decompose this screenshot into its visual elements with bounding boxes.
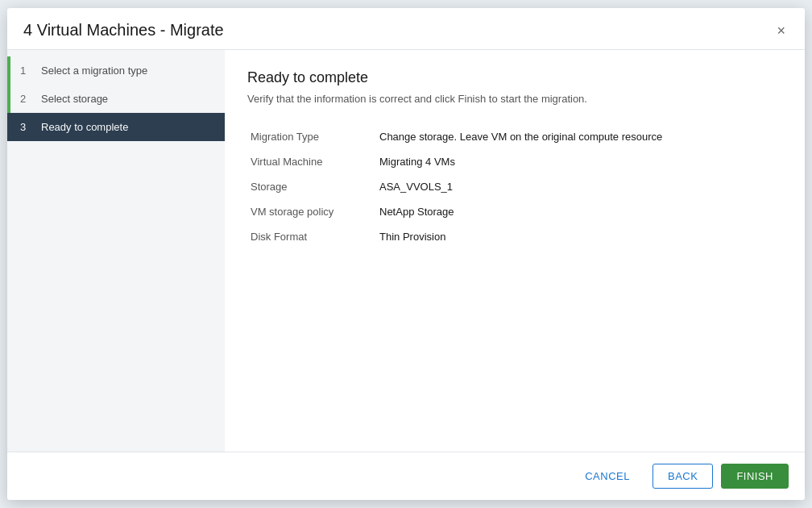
main-content: Ready to complete Verify that the inform… [225,50,805,452]
info-key: Disk Format [247,224,376,249]
sidebar-step-2[interactable]: 2 Select storage [7,85,225,113]
sidebar-step-3[interactable]: 3 Ready to complete [7,113,225,141]
migrate-dialog: 4 Virtual Machines - Migrate × 1 Select … [7,8,805,500]
info-row: Migration Type Change storage. Leave VM … [247,124,782,149]
step-label: Select storage [41,93,108,105]
sidebar: 1 Select a migration type 2 Select stora… [7,50,225,452]
back-button[interactable]: BACK [652,464,713,489]
main-section-title: Ready to complete [247,69,782,86]
step-label: Select a migration type [41,65,147,77]
info-value: NetApp Storage [376,199,782,224]
info-value: Migrating 4 VMs [376,149,782,174]
step-number: 1 [20,65,33,77]
info-table: Migration Type Change storage. Leave VM … [247,124,782,249]
info-value: ASA_VVOLS_1 [376,174,782,199]
info-row: Virtual Machine Migrating 4 VMs [247,149,782,174]
main-subtitle: Verify that the information is correct a… [247,93,782,105]
close-button[interactable]: × [773,22,789,40]
info-key: Migration Type [247,124,376,149]
step-label: Ready to complete [41,121,128,133]
info-row: Disk Format Thin Provision [247,224,782,249]
dialog-header: 4 Virtual Machines - Migrate × [7,8,805,50]
dialog-title: 4 Virtual Machines - Migrate [23,21,224,40]
info-value: Change storage. Leave VM on the original… [376,124,782,149]
info-value: Thin Provision [376,224,782,249]
dialog-footer: CANCEL BACK FINISH [7,452,805,500]
info-key: Virtual Machine [247,149,376,174]
step-number: 3 [20,121,33,133]
info-row: Storage ASA_VVOLS_1 [247,174,782,199]
info-key: Storage [247,174,376,199]
sidebar-step-1[interactable]: 1 Select a migration type [7,56,225,85]
step-number: 2 [20,93,33,105]
finish-button[interactable]: FINISH [721,464,789,489]
cancel-button[interactable]: CANCEL [570,464,644,488]
info-row: VM storage policy NetApp Storage [247,199,782,224]
info-key: VM storage policy [247,199,376,224]
dialog-body: 1 Select a migration type 2 Select stora… [7,50,805,452]
